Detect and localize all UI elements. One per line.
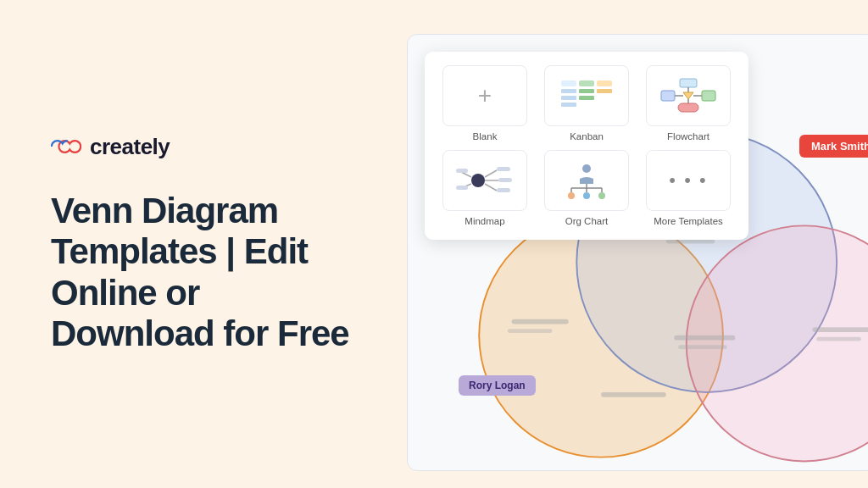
svg-rect-23: [498, 178, 512, 182]
svg-rect-44: [666, 240, 715, 244]
svg-point-36: [583, 192, 590, 199]
more-icon-box[interactable]: • • •: [646, 150, 731, 211]
left-panel: creately Venn Diagram Templates | Edit O…: [0, 93, 390, 395]
svg-rect-27: [456, 169, 468, 173]
kanban-icon-box[interactable]: [544, 65, 629, 126]
svg-rect-22: [497, 167, 510, 171]
canvas-area: + Blank: [407, 34, 868, 471]
svg-rect-5: [597, 89, 612, 93]
svg-point-35: [568, 192, 575, 199]
svg-rect-3: [561, 89, 576, 93]
svg-rect-28: [456, 186, 468, 190]
mindmap-svg-icon: [454, 160, 515, 201]
mindmap-icon-box[interactable]: [442, 150, 527, 211]
svg-rect-2: [597, 80, 612, 86]
svg-rect-13: [678, 103, 698, 112]
svg-rect-42: [508, 329, 553, 333]
template-blank[interactable]: + Blank: [438, 65, 531, 141]
svg-rect-48: [678, 345, 727, 349]
svg-line-19: [485, 170, 497, 177]
orgchart-icon-box[interactable]: [544, 150, 629, 211]
template-orgchart[interactable]: Org Chart: [540, 150, 633, 226]
template-more[interactable]: • • • More Templates: [642, 150, 735, 226]
svg-rect-45: [812, 327, 868, 332]
svg-rect-0: [561, 80, 576, 86]
svg-rect-24: [497, 188, 510, 192]
kanban-svg-icon: [556, 75, 617, 116]
blank-icon-box[interactable]: +: [442, 65, 527, 126]
mark-smith-badge: Mark Smith: [799, 135, 868, 158]
svg-rect-46: [816, 337, 861, 341]
blank-label: Blank: [473, 131, 498, 141]
flowchart-icon-box[interactable]: [646, 65, 731, 126]
svg-rect-47: [674, 336, 735, 341]
orgchart-label: Org Chart: [565, 216, 609, 226]
svg-point-18: [471, 174, 485, 187]
svg-point-37: [598, 192, 605, 199]
flowchart-label: Flowchart: [667, 131, 709, 141]
svg-point-29: [582, 164, 591, 173]
svg-rect-49: [601, 392, 666, 397]
more-label: More Templates: [654, 216, 723, 226]
brand-name: creately: [90, 134, 170, 160]
svg-rect-17: [661, 91, 675, 101]
svg-rect-41: [512, 319, 569, 324]
creately-logo-icon: [51, 136, 81, 157]
svg-marker-11: [683, 92, 693, 99]
svg-rect-9: [680, 79, 697, 87]
logo: creately: [51, 134, 349, 160]
page-title: Venn Diagram Templates | Edit Online or …: [51, 191, 349, 354]
svg-line-21: [485, 184, 497, 191]
template-picker: + Blank: [425, 52, 748, 240]
orgchart-svg-icon: [556, 160, 617, 201]
svg-rect-4: [579, 89, 594, 93]
mindmap-label: Mindmap: [465, 216, 504, 226]
template-flowchart[interactable]: Flowchart: [642, 65, 735, 141]
template-mindmap[interactable]: Mindmap: [438, 150, 531, 226]
right-panel: + Blank: [390, 0, 868, 488]
template-kanban[interactable]: Kanban: [540, 65, 633, 141]
plus-icon: +: [478, 82, 492, 109]
svg-rect-1: [579, 80, 594, 86]
svg-rect-7: [579, 96, 594, 100]
svg-rect-6: [561, 96, 576, 100]
rory-logan-badge: Rory Logan: [459, 375, 536, 396]
kanban-label: Kanban: [570, 131, 604, 141]
flowchart-svg-icon: [658, 75, 719, 116]
svg-rect-8: [561, 103, 576, 107]
svg-rect-15: [702, 91, 715, 101]
more-dots-icon: • • •: [669, 169, 707, 191]
